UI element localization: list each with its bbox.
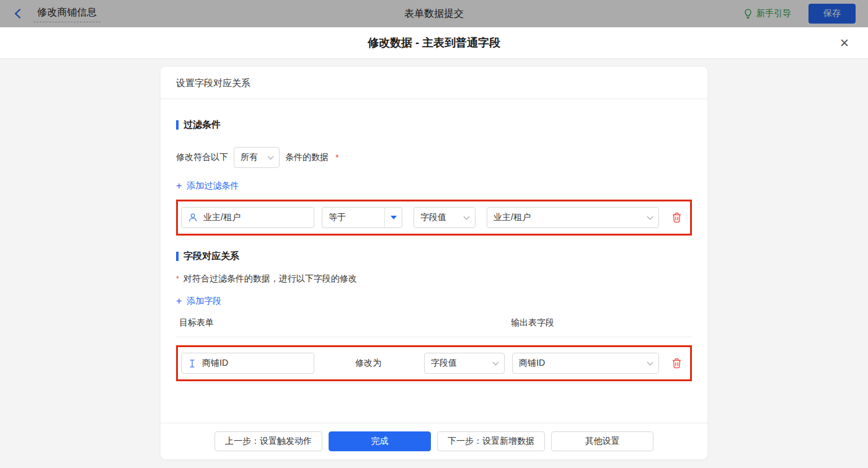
mapping-column-headers: 目标表单 输出表字段 — [176, 317, 692, 337]
mapping-type-select[interactable]: 字段值 — [424, 353, 505, 374]
operator-caret-button[interactable] — [384, 208, 402, 227]
filter-field-input[interactable]: 业主/租户 — [181, 207, 314, 228]
value-type-value: 字段值 — [420, 212, 446, 223]
person-icon — [188, 213, 198, 223]
caret-down-icon — [391, 216, 397, 219]
delete-filter-row-button[interactable] — [671, 212, 682, 223]
mapping-row-highlight: 商铺ID 修改为 字段值 商铺ID — [176, 345, 692, 381]
add-filter-condition-label: 添加过滤条件 — [187, 180, 239, 192]
card-content: 过滤条件 修改符合以下 所有 条件的数据 * + 添加过滤条件 业主/租户 — [161, 99, 707, 423]
output-field-column-header: 输出表字段 — [511, 317, 554, 329]
match-mode-select[interactable]: 所有 — [234, 147, 280, 168]
prev-step-button[interactable]: 上一步：设置触发动作 — [215, 431, 322, 451]
text-field-icon — [188, 359, 197, 368]
filter-value: 业主/租户 — [494, 212, 531, 223]
add-field-label: 添加字段 — [187, 296, 221, 307]
condition-prefix: 修改符合以下 — [176, 152, 228, 163]
next-step-button[interactable]: 下一步：设置新增数据 — [437, 431, 545, 451]
mapping-description: 对符合过滤条件的数据，进行以下字段的修改 — [184, 273, 357, 285]
trash-icon — [671, 358, 682, 369]
filter-value-select[interactable]: 业主/租户 — [487, 207, 659, 228]
plus-icon: + — [176, 296, 182, 306]
app-topbar: 修改商铺信息 表单数据提交 新手引导 保存 — [0, 0, 868, 27]
target-form-column-header: 目标表单 — [179, 317, 214, 327]
add-filter-condition-link[interactable]: + 添加过滤条件 — [176, 180, 239, 192]
add-field-link[interactable]: + 添加字段 — [176, 296, 221, 307]
close-icon[interactable]: ✕ — [839, 37, 849, 49]
operator-value: 等于 — [322, 212, 384, 223]
chevron-down-icon — [493, 359, 499, 365]
settings-card: 设置字段对应关系 过滤条件 修改符合以下 所有 条件的数据 * + 添加过滤条件 — [161, 67, 707, 459]
other-settings-button[interactable]: 其他设置 — [551, 431, 653, 451]
plus-icon: + — [176, 181, 182, 191]
required-asterisk: * — [335, 152, 339, 162]
output-field-select[interactable]: 商铺ID — [512, 353, 659, 374]
modify-to-label: 修改为 — [322, 358, 415, 369]
chevron-down-icon — [268, 153, 274, 159]
filter-section-title: 过滤条件 — [176, 119, 692, 131]
filter-section-label: 过滤条件 — [184, 119, 221, 131]
mapping-section-label: 字段对应关系 — [184, 250, 239, 262]
section-bar — [176, 252, 179, 261]
trash-icon — [671, 212, 682, 223]
card-header-title: 设置字段对应关系 — [161, 67, 707, 99]
delete-mapping-row-button[interactable] — [671, 358, 682, 369]
modal-dim-overlay — [0, 0, 868, 27]
filter-field-value: 业主/租户 — [203, 212, 241, 223]
section-bar — [176, 120, 179, 130]
filter-row-highlight: 业主/租户 等于 字段值 业主/租户 — [176, 200, 692, 236]
done-button[interactable]: 完成 — [329, 431, 431, 451]
condition-row: 修改符合以下 所有 条件的数据 * — [176, 147, 692, 168]
modal-body: 设置字段对应关系 过滤条件 修改符合以下 所有 条件的数据 * + 添加过滤条件 — [0, 67, 868, 468]
required-asterisk: * — [176, 275, 179, 283]
match-mode-value: 所有 — [241, 152, 258, 163]
target-field-input[interactable]: 商铺ID — [181, 353, 314, 374]
condition-suffix: 条件的数据 — [285, 152, 329, 163]
value-type-select[interactable]: 字段值 — [414, 207, 476, 228]
chevron-down-icon — [647, 359, 653, 365]
target-field-value: 商铺ID — [202, 358, 228, 369]
mapping-section-title: 字段对应关系 — [176, 250, 692, 262]
modal-title: 修改数据 - 主表到普通字段 — [368, 35, 500, 50]
chevron-down-icon — [647, 213, 653, 219]
mapping-description-row: * 对符合过滤条件的数据，进行以下字段的修改 — [176, 273, 692, 285]
mapping-type-value: 字段值 — [431, 358, 457, 369]
output-field-value: 商铺ID — [519, 358, 545, 369]
chevron-down-icon — [464, 213, 470, 219]
modal-header: 修改数据 - 主表到普通字段 ✕ — [0, 27, 868, 59]
card-footer: 上一步：设置触发动作 完成 下一步：设置新增数据 其他设置 — [161, 423, 707, 459]
operator-select[interactable]: 等于 — [322, 207, 402, 228]
